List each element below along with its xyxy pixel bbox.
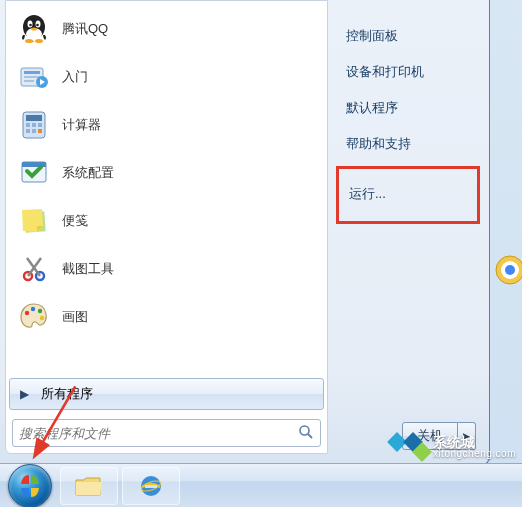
svg-point-10	[25, 39, 33, 43]
svg-point-7	[29, 24, 32, 27]
taskbar	[0, 463, 522, 507]
right-item-control-panel[interactable]: 控制面板	[328, 18, 488, 54]
watermark-url: xitongcheng.com	[433, 449, 516, 459]
program-list: 腾讯QQ 入门	[6, 1, 327, 375]
svg-point-9	[31, 28, 37, 31]
search-box[interactable]	[12, 419, 321, 447]
program-item-getting-started[interactable]: 入门	[8, 53, 325, 101]
run-highlight-box: 运行...	[336, 166, 480, 224]
right-item-run[interactable]: 运行...	[349, 185, 467, 203]
watermark: 系统城 xitongcheng.com	[390, 435, 516, 459]
sticky-notes-icon	[16, 203, 52, 239]
program-item-paint[interactable]: 画图	[8, 293, 325, 341]
svg-rect-18	[26, 115, 42, 121]
paint-icon	[16, 299, 52, 335]
start-left-panel: 腾讯QQ 入门	[5, 0, 328, 454]
program-label: 便笺	[62, 212, 88, 230]
svg-point-35	[40, 316, 44, 320]
right-item-default-programs[interactable]: 默认程序	[328, 90, 488, 126]
svg-point-34	[38, 309, 42, 313]
all-programs-label: 所有程序	[41, 385, 93, 403]
program-item-msconfig[interactable]: 系统配置	[8, 149, 325, 197]
search-icon	[298, 424, 314, 443]
taskbar-button-ie[interactable]	[122, 467, 180, 505]
calculator-icon	[16, 107, 52, 143]
program-item-qq[interactable]: 腾讯QQ	[8, 5, 325, 53]
program-label: 截图工具	[62, 260, 114, 278]
folder-icon	[73, 473, 105, 499]
program-label: 计算器	[62, 116, 101, 134]
svg-point-8	[36, 24, 39, 27]
program-item-sticky-notes[interactable]: 便笺	[8, 197, 325, 245]
svg-point-32	[25, 311, 29, 315]
svg-rect-21	[38, 123, 42, 127]
ie-icon	[136, 471, 166, 501]
watermark-title: 系统城	[433, 435, 516, 449]
getting-started-icon	[16, 59, 52, 95]
program-label: 腾讯QQ	[62, 20, 108, 38]
all-programs-button[interactable]: ▶ 所有程序	[9, 378, 324, 410]
svg-point-2	[505, 265, 515, 275]
svg-rect-13	[24, 71, 40, 74]
arrow-right-icon: ▶	[20, 387, 29, 401]
program-label: 画图	[62, 308, 88, 326]
right-item-help-support[interactable]: 帮助和支持	[328, 126, 488, 162]
qq-icon	[16, 11, 52, 47]
program-item-calculator[interactable]: 计算器	[8, 101, 325, 149]
snipping-tool-icon	[16, 251, 52, 287]
svg-rect-19	[26, 123, 30, 127]
start-button[interactable]	[8, 464, 52, 508]
desktop-background	[490, 0, 522, 465]
msconfig-icon	[16, 155, 52, 191]
svg-point-36	[300, 426, 309, 435]
svg-line-37	[308, 434, 312, 438]
program-label: 系统配置	[62, 164, 114, 182]
svg-point-33	[31, 307, 35, 311]
start-menu: 腾讯QQ 入门	[0, 0, 490, 465]
desktop-icons-partial	[490, 0, 522, 465]
svg-rect-20	[32, 123, 36, 127]
right-item-devices-printers[interactable]: 设备和打印机	[328, 54, 488, 90]
svg-point-11	[35, 39, 43, 43]
watermark-logo-icon	[390, 435, 429, 459]
svg-rect-23	[32, 129, 36, 133]
svg-rect-24	[38, 129, 42, 133]
svg-rect-14	[24, 76, 40, 78]
svg-rect-22	[26, 129, 30, 133]
svg-rect-15	[24, 80, 34, 82]
search-input[interactable]	[19, 426, 298, 441]
program-item-snipping-tool[interactable]: 截图工具	[8, 245, 325, 293]
program-label: 入门	[62, 68, 88, 86]
taskbar-button-explorer[interactable]	[60, 467, 118, 505]
start-right-panel: 控制面板 设备和打印机 默认程序 帮助和支持 运行... 关机 ▶	[328, 0, 488, 464]
